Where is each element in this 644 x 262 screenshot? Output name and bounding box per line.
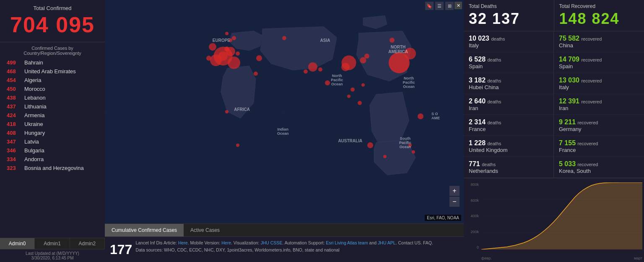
chart-y-label: 400k	[465, 214, 479, 218]
chart-x-label: февр.	[481, 256, 492, 260]
country-item[interactable]: 418Ukraine	[0, 120, 105, 128]
recovered-detail-country: China	[559, 42, 639, 49]
country-count: 323	[7, 165, 22, 171]
detail-country: Iran	[469, 105, 548, 111]
deaths-detail-item: 2 314 deathsFrance	[464, 115, 553, 136]
recovered-panel: Total Recovered 148 824	[554, 0, 644, 31]
country-count: 499	[7, 59, 22, 66]
recovered-detail-count: 12 391	[559, 98, 579, 105]
map-area: EUROPE ASIA AFRICA AUSTRALIA NORTHAMERIC…	[105, 0, 464, 262]
recovered-detail-count: 14 709	[559, 56, 579, 63]
map-dot-pakistan	[318, 67, 322, 72]
map-dot-russia	[282, 36, 286, 40]
deaths-detail-item: 6 528 deathsSpain	[464, 52, 553, 73]
map-dot-argentina	[412, 150, 415, 154]
admin-tab-admin0[interactable]: Admin0	[0, 238, 35, 249]
country-name: Bosnia and Herzegovina	[24, 165, 84, 171]
deaths-detail-item: 1 228 deathsUnited Kingdom	[464, 136, 553, 157]
recovered-detail-item: 13 030 recoveredItaly	[554, 73, 644, 94]
mobile-link[interactable]: Here	[221, 240, 231, 245]
country-item[interactable]: 346Bulgaria	[0, 146, 105, 155]
chart-x-labels: февр.март	[481, 256, 642, 260]
country-count: 438	[7, 95, 22, 101]
map-dot-india	[325, 80, 330, 85]
jhu-csse-link[interactable]: JHU CSSE	[260, 240, 282, 245]
country-item[interactable]: 468United Arab Emirates	[0, 67, 105, 76]
map-bottom-info: 177 Lancet Inf Dis Article: Here. Mobile…	[105, 236, 464, 262]
detail-label: deaths	[488, 141, 501, 146]
recovered-detail-count: 13 030	[559, 77, 579, 84]
left-panel: Total Confirmed 704 095 Confirmed Cases …	[0, 0, 105, 262]
map-dot-belgium	[225, 47, 229, 51]
deaths-value: 32 137	[469, 10, 549, 28]
country-item[interactable]: 347Latvia	[0, 137, 105, 146]
recovered-detail-label: recovered	[581, 99, 602, 104]
deaths-detail-item: 771 deathsNetherlands	[464, 157, 553, 178]
map-zoom-controls: + −	[449, 186, 460, 207]
recovered-detail-item: 12 391 recoveredIran	[554, 94, 644, 115]
country-item[interactable]: 438Lebanon	[0, 93, 105, 102]
country-count: 418	[7, 121, 22, 127]
country-item[interactable]: 450Morocco	[0, 85, 105, 93]
country-name: Bulgaria	[24, 147, 44, 154]
grid-icon-btn[interactable]: ⊞	[445, 2, 454, 10]
country-count: 454	[7, 77, 22, 83]
bookmark-icon-btn[interactable]: 🔖	[425, 2, 434, 10]
detail-count: 6 528	[469, 56, 486, 63]
map-dot-indonesia	[358, 101, 362, 105]
country-name: Ukraine	[24, 121, 43, 127]
country-item[interactable]: 334Andorra	[0, 155, 105, 164]
deaths-panel: Total Deaths 32 137	[464, 0, 554, 31]
country-item[interactable]: 408Hungary	[0, 128, 105, 137]
list-icon-btn[interactable]: ☰	[435, 2, 444, 10]
map-tab-1[interactable]: Active Cases	[184, 224, 226, 236]
esri-atlas-link[interactable]: Esri Living Atlas team	[326, 240, 368, 245]
jhu-apl-link[interactable]: JHU APL	[378, 240, 396, 245]
recovered-detail-country: Germany	[559, 126, 639, 132]
detail-label: deaths	[488, 78, 501, 83]
detail-count: 771	[469, 160, 480, 167]
map-tab-0[interactable]: Cumulative Confirmed Cases	[105, 224, 184, 236]
detail-country: Netherlands	[469, 168, 548, 174]
zoom-out-button[interactable]: −	[449, 197, 460, 207]
deaths-label: Total Deaths	[469, 3, 549, 9]
chart-panel: 800k600k400k200k0 февр.март	[464, 178, 644, 262]
recovered-detail-label: recovered	[581, 36, 602, 41]
map-dot-denmark	[229, 39, 232, 42]
map-close-button[interactable]: ✕	[454, 2, 462, 9]
admin-tab-admin2[interactable]: Admin2	[70, 238, 105, 249]
country-count: 450	[7, 86, 22, 92]
map-dot-philippines	[361, 83, 365, 87]
map-bottom-text: Lancet Inf Dis Article: Here. Mobile Ver…	[135, 239, 433, 259]
country-name: Morocco	[24, 86, 45, 92]
country-item[interactable]: 499Bahrain	[0, 58, 105, 67]
total-confirmed-label: Total Confirmed	[7, 5, 98, 11]
country-item[interactable]: 454Algeria	[0, 76, 105, 85]
map-container[interactable]: EUROPE ASIA AFRICA AUSTRALIA NORTHAMERIC…	[105, 0, 464, 223]
map-dot-portugal	[206, 56, 211, 61]
recovered-label: Total Recovered	[559, 3, 639, 9]
total-confirmed-value: 704 095	[7, 13, 98, 37]
map-bottom-number: 177	[110, 239, 132, 259]
recovered-detail-label: recovered	[578, 141, 598, 146]
detail-count: 2 640	[469, 98, 486, 105]
admin-tab-admin1[interactable]: Admin1	[35, 238, 70, 249]
country-item[interactable]: 424Armenia	[0, 111, 105, 120]
detail-country: France	[469, 126, 548, 132]
country-list: 499Bahrain468United Arab Emirates454Alge…	[0, 57, 105, 238]
lancet-link[interactable]: Here	[178, 240, 188, 245]
map-dot-japan	[364, 54, 369, 59]
recovered-detail-count: 75 582	[559, 35, 579, 42]
map-dot-chile	[408, 144, 412, 147]
zoom-in-button[interactable]: +	[449, 186, 460, 196]
map-dot-nigeria	[225, 110, 229, 113]
country-item[interactable]: 437Lithuania	[0, 102, 105, 111]
chart-y-label: 200k	[465, 230, 479, 234]
country-item[interactable]: 323Bosnia and Herzegovina	[0, 164, 105, 172]
recovered-detail-list: 75 582 recoveredChina14 709 recoveredSpa…	[554, 31, 644, 178]
detail-label: deaths	[491, 36, 505, 41]
country-name: Hungary	[24, 130, 45, 136]
country-count: 468	[7, 68, 22, 74]
country-name: Lebanon	[24, 95, 46, 101]
recovered-detail-item: 14 709 recoveredSpain	[554, 52, 644, 73]
